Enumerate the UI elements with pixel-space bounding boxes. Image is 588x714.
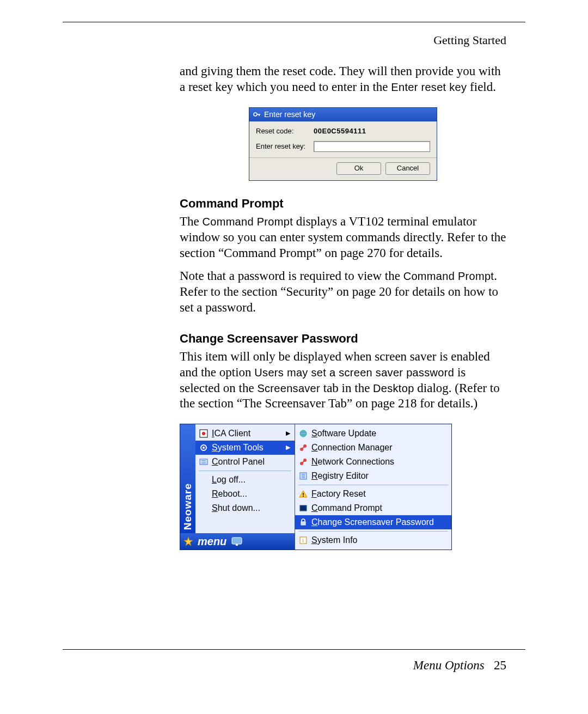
taskbar: menu <box>180 533 295 550</box>
r0-u: S <box>311 429 317 438</box>
r7-r: ystem Info <box>317 535 358 545</box>
r3-r: egistry Editor <box>318 471 369 480</box>
globe-icon <box>298 429 308 438</box>
cp-p2a: Note that a password is required to view… <box>180 269 403 283</box>
svg-rect-7 <box>200 459 207 465</box>
svg-point-26 <box>303 496 304 497</box>
r6-u: C <box>311 517 318 527</box>
submenu-command-prompt[interactable]: Command Prompt <box>295 501 451 515</box>
command-prompt-p1: The Command Prompt displays a VT102 term… <box>180 214 506 261</box>
desktop-icon[interactable] <box>231 536 243 546</box>
menu-item-system-tools[interactable]: System Tools ▶ <box>195 441 295 455</box>
warning-icon <box>298 489 308 499</box>
svg-rect-29 <box>301 522 305 525</box>
footer-label: Menu Options <box>413 658 485 672</box>
dialog-titlebar: Enter reset key <box>249 108 437 122</box>
cancel-button[interactable]: Cancel <box>385 162 430 174</box>
intro-text-b: field. <box>467 80 496 94</box>
submenu-network-connections[interactable]: Network Connections <box>295 455 451 469</box>
change-screensaver-p1: This item will only be displayed when sc… <box>180 349 506 412</box>
cp-p1a: The <box>180 215 203 228</box>
footer-page: 25 <box>494 658 506 672</box>
enter-reset-key-dialog: Enter reset key Reset code: 00E0C5594111… <box>249 107 437 181</box>
taskbar-menu-label[interactable]: menu <box>198 535 226 548</box>
cp-p1m: Command Prompt <box>203 216 293 228</box>
reset-code-label: Reset code: <box>256 127 309 136</box>
submenu-connection-manager[interactable]: Connection Manager <box>295 441 451 455</box>
svg-rect-12 <box>236 544 238 546</box>
chevron-right-icon: ▶ <box>286 444 290 451</box>
svg-point-6 <box>203 447 205 449</box>
r5-r: ommand Prompt <box>318 503 382 512</box>
mi2-r: ontrol Panel <box>218 457 265 466</box>
ok-button[interactable]: Ok <box>336 162 381 174</box>
gear-icon <box>199 443 209 453</box>
mb2-r: hut down... <box>218 503 260 512</box>
brand-label: Neoware <box>181 483 194 530</box>
svg-line-16 <box>302 446 305 449</box>
svg-rect-28 <box>301 506 306 510</box>
submenu-change-screensaver-password[interactable]: Change Screensaver Password <box>295 515 451 529</box>
sc-c: tab in the <box>320 381 373 395</box>
svg-text:i: i <box>303 538 304 544</box>
key-icon <box>253 111 261 118</box>
sc-m2: Screensaver <box>257 382 320 394</box>
mb0-u: L <box>212 475 217 484</box>
svg-point-4 <box>202 432 205 435</box>
svg-point-0 <box>254 113 257 116</box>
command-prompt-p2: Note that a password is required to view… <box>180 268 506 315</box>
submenu-system-info[interactable]: i System Info <box>295 533 451 547</box>
enter-key-input[interactable] <box>314 141 430 152</box>
intro-paragraph: and giving them the reset code. They wil… <box>180 64 506 95</box>
lock-icon <box>298 517 308 527</box>
r1-r: onnection Manager <box>318 443 393 452</box>
r4-r: actory Reset <box>317 489 366 498</box>
mb1-r: eboot... <box>218 489 247 498</box>
r7-u: S <box>311 535 317 545</box>
r2-r: etwork Connections <box>318 457 395 466</box>
brand-sidebar: Neoware <box>180 424 195 533</box>
terminal-icon <box>298 503 308 513</box>
submenu-software-update[interactable]: Software Update <box>295 426 451 441</box>
registry-icon <box>298 471 308 481</box>
r4-u: F <box>311 489 317 498</box>
submenu-factory-reset[interactable]: Factory Reset <box>295 487 451 501</box>
start-menu: Neoware ICA Client ▶ System Tools ▶ <box>180 424 452 550</box>
intro-mono: Enter reset key <box>391 81 467 93</box>
menu-item-ica-client[interactable]: ICA Client ▶ <box>195 426 295 441</box>
header-section: Getting Started <box>60 33 506 47</box>
menu-item-control-panel[interactable]: Control Panel <box>195 455 295 469</box>
dialog-title: Enter reset key <box>264 110 315 120</box>
command-prompt-heading: Command Prompt <box>180 196 506 211</box>
mb1-u: R <box>212 489 218 498</box>
change-screensaver-heading: Change Screensaver Password <box>180 331 506 346</box>
sc-m3: Desktop <box>373 382 414 394</box>
submenu-registry-editor[interactable]: Registry Editor <box>295 469 451 483</box>
mi0-r: CA Client <box>214 429 250 438</box>
r3-u: R <box>311 471 318 480</box>
menu-item-log-off[interactable]: Log off... <box>195 473 295 487</box>
svg-point-13 <box>300 430 307 437</box>
menu-star-icon <box>183 536 193 546</box>
mi1-u: S <box>212 443 218 452</box>
reset-code-value: 00E0C5594111 <box>314 127 366 136</box>
mb2-u: S <box>212 503 218 512</box>
menu-item-reboot[interactable]: Reboot... <box>195 487 295 501</box>
info-icon: i <box>298 535 308 545</box>
network-icon <box>298 457 308 467</box>
r1-u: C <box>311 443 318 452</box>
mi1-r: ystem Tools <box>218 443 264 452</box>
r2-u: N <box>311 457 318 466</box>
cp-p2m: Command Prompt <box>403 270 494 282</box>
app-icon <box>199 429 209 438</box>
svg-rect-11 <box>232 538 242 544</box>
sc-m1: Users may set a screen saver password <box>254 367 454 379</box>
enter-key-label: Enter reset key: <box>256 142 309 151</box>
connection-icon <box>298 443 308 453</box>
svg-line-19 <box>302 460 305 463</box>
chevron-right-icon: ▶ <box>286 430 290 437</box>
mi2-u: C <box>212 457 218 466</box>
mb0-r: og off... <box>217 475 246 484</box>
page-footer: Menu Options 25 <box>413 658 506 673</box>
menu-item-shut-down[interactable]: Shut down... <box>195 501 295 515</box>
